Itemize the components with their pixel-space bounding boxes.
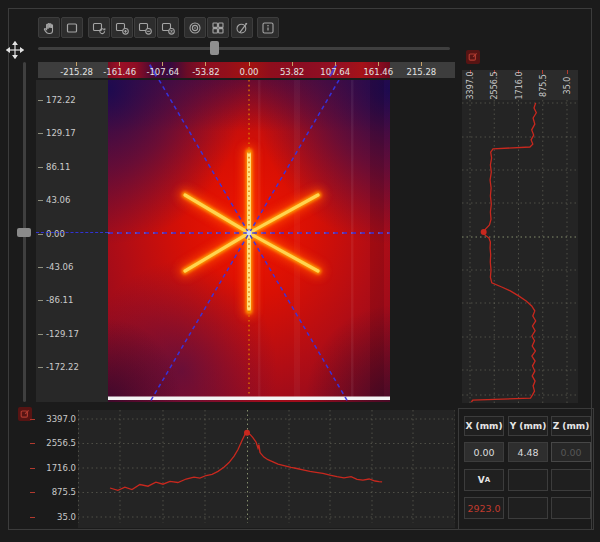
bottom-profile-axis-label: 3397.0 [36, 414, 76, 424]
y-axis-label: -86.11 [46, 295, 73, 305]
y-value-field[interactable]: 4.48 [508, 442, 548, 462]
roi-reset-button[interactable] [88, 17, 110, 38]
x-ruler-label: 0.00 [228, 67, 270, 77]
x-ruler-tick [162, 62, 163, 66]
roi-subtract-icon [137, 20, 153, 36]
y-axis-label: 43.06 [46, 195, 70, 205]
rect-select-button[interactable] [61, 17, 83, 38]
bottom-profile-tick [30, 443, 35, 444]
bottom-profile-plot [78, 410, 455, 528]
rectangle-icon [64, 20, 80, 36]
pan-button[interactable] [38, 17, 60, 38]
y-axis-label: 0.00 [46, 229, 65, 239]
y-axis-tick [38, 334, 43, 335]
table-header-z: Z (mm) [551, 416, 591, 436]
move-icon [6, 41, 24, 59]
move-tool[interactable] [6, 41, 24, 59]
roi-reset-icon [91, 20, 107, 36]
empty-cell [508, 469, 548, 491]
x-ruler-tick [249, 62, 250, 66]
table-header-x: X (mm) [464, 416, 504, 436]
roi-subtract-button[interactable] [134, 17, 156, 38]
info-button[interactable] [257, 17, 279, 38]
empty-cell [508, 497, 548, 519]
grid-icon [210, 20, 226, 36]
x-ruler-label: 161.46 [357, 67, 399, 77]
draw-ellipse-icon [234, 20, 250, 36]
right-profile-panel-button[interactable] [466, 50, 480, 64]
x-ruler-label: -215.28 [56, 67, 98, 77]
x-ruler-label: -107.64 [142, 67, 184, 77]
y-axis-tick [38, 133, 43, 134]
x-ruler-label: 215.28 [400, 67, 442, 77]
draw-ellipse-button[interactable] [231, 17, 253, 38]
profile-marker [481, 229, 487, 235]
roi-add-button[interactable] [111, 17, 133, 38]
y-axis-label: -129.17 [46, 329, 79, 339]
x-value-field[interactable]: 0.00 [464, 442, 504, 462]
y-axis-tick [38, 200, 43, 201]
x-ruler-tick [205, 62, 206, 66]
y-axis-tick [38, 267, 43, 268]
bottom-profile-tick [30, 419, 35, 420]
x-ruler-label: -161.46 [99, 67, 141, 77]
va-label-cell: VA [464, 469, 504, 491]
popout-icon [466, 50, 480, 64]
profile-curve [110, 433, 382, 491]
vertical-scrollbar-thumb[interactable] [17, 228, 31, 237]
z-value-field: 0.00 [551, 442, 591, 462]
bottom-profile-axis-label: 35.0 [36, 512, 76, 522]
x-ruler: -215.28-161.46-107.64-53.820.0053.82107.… [38, 62, 455, 78]
y-axis-label: -43.06 [46, 262, 73, 272]
x-ruler-label: 107.64 [314, 67, 356, 77]
y-axis-tick [38, 367, 43, 368]
bottom-profile-axis-label: 2556.5 [36, 438, 76, 448]
y-axis-label: 86.11 [46, 162, 70, 172]
bottom-profile-axis-label: 1716.0 [36, 463, 76, 473]
x-ruler-tick [335, 62, 336, 66]
heatmap-image[interactable] [108, 80, 390, 402]
crosshair-center [247, 231, 252, 236]
x-ruler-tick [292, 62, 293, 66]
saturated-bottom-row [108, 397, 390, 401]
horizontal-scrollbar-track[interactable] [38, 47, 450, 50]
y-axis-tick [38, 234, 43, 235]
bottom-profile-tick [30, 468, 35, 469]
right-profile-axis-label: 35.0 [553, 70, 582, 102]
bullseye-button[interactable] [184, 17, 206, 38]
hand-icon [41, 20, 57, 36]
y-axis-tick [38, 100, 43, 101]
x-ruler-tick [421, 62, 422, 66]
x-ruler-tick [76, 62, 77, 66]
va-label: V [478, 475, 485, 485]
y-axis: 172.22129.1786.1143.060.00-43.06-86.11-1… [36, 80, 108, 402]
va-sub: A [485, 476, 490, 484]
bottom-profile-axis-label: 875.5 [36, 487, 76, 497]
x-ruler-label: -53.82 [185, 67, 227, 77]
empty-cell [551, 497, 591, 519]
grid-view-button[interactable] [207, 17, 229, 38]
info-icon [260, 20, 276, 36]
roi-delete-button[interactable] [157, 17, 179, 38]
bottom-profile-tick [30, 517, 35, 518]
beam-profiler-window: -215.28-161.46-107.64-53.820.0053.82107.… [0, 0, 600, 542]
profile-curve [471, 103, 536, 402]
profile-marker [244, 430, 250, 436]
roi-add-icon [114, 20, 130, 36]
bottom-profile-axis: 3397.02556.51716.0875.535.0 [28, 410, 78, 528]
table-header-y: Y (mm) [508, 416, 548, 436]
bullseye-icon [187, 20, 203, 36]
bottom-profile-tick [30, 492, 35, 493]
x-ruler-tick [378, 62, 379, 66]
y-axis-label: -172.22 [46, 362, 79, 372]
x-ruler-label: 53.82 [271, 67, 313, 77]
empty-cell [551, 469, 591, 491]
roi-delete-icon [160, 20, 176, 36]
y-axis-label: 172.22 [46, 95, 76, 105]
horizontal-scrollbar-thumb[interactable] [210, 41, 219, 55]
crosshair-horizontal-extension [36, 232, 108, 233]
va-value: 2923.0 [464, 497, 504, 519]
y-axis-label: 129.17 [46, 128, 76, 138]
x-ruler-tick [119, 62, 120, 66]
y-axis-tick [38, 300, 43, 301]
